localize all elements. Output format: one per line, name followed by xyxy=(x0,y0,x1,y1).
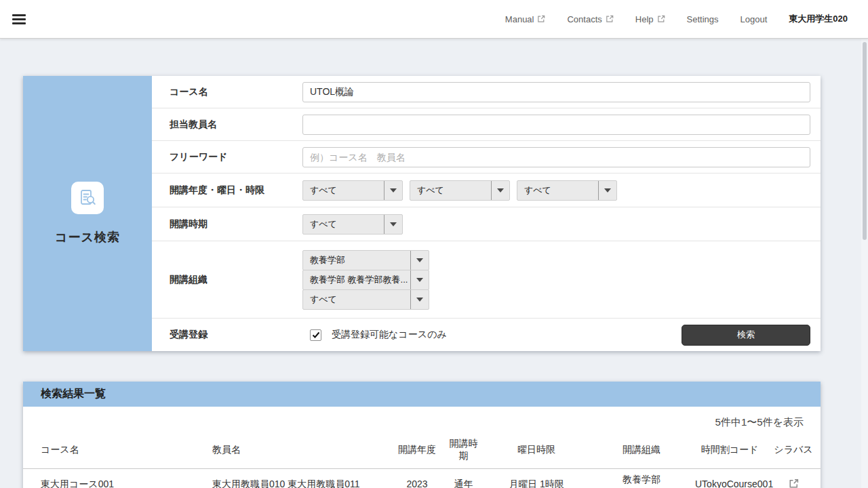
column-day-period: 曜日時限 xyxy=(483,434,590,469)
organization-select-1-value: 教養学部 xyxy=(303,254,410,266)
top-navigation: Manual Contacts Help Settings Logout 東大用… xyxy=(505,13,868,25)
organization-select-3[interactable]: すべて xyxy=(302,289,429,310)
cell-organization: 教養学部 xyxy=(590,469,693,488)
search-results-header: 検索結果一覧 xyxy=(23,382,821,407)
year-select[interactable]: すべて xyxy=(302,180,403,201)
chevron-down-icon xyxy=(491,181,509,200)
column-term: 開講時期 xyxy=(444,434,483,469)
organization-select-3-value: すべて xyxy=(303,293,410,306)
term-select-value: すべて xyxy=(303,218,384,230)
year-day-period-label: 開講年度・曜日・時限 xyxy=(152,184,302,197)
column-timetable-code: 時間割コード xyxy=(693,434,766,469)
chevron-down-icon xyxy=(384,181,402,200)
cell-syllabus xyxy=(766,469,821,488)
instructor-name-input[interactable] xyxy=(302,115,810,135)
logged-in-username: 東大用学生020 xyxy=(789,13,848,25)
results-table: コース名 教員名 開講年度 開講時期 曜日時限 開講組織 時間割コード シラバス… xyxy=(23,434,821,488)
results-table-header-row: コース名 教員名 開講年度 開講時期 曜日時限 開講組織 時間割コード シラバス xyxy=(23,434,821,469)
term-label: 開講時期 xyxy=(152,218,302,230)
nav-settings-link[interactable]: Settings xyxy=(687,14,719,24)
nav-logout-link[interactable]: Logout xyxy=(741,14,768,24)
year-select-value: すべて xyxy=(303,184,384,197)
free-word-input[interactable] xyxy=(302,147,810,167)
cell-term: 通年 xyxy=(444,469,483,488)
cell-year: 2023 xyxy=(390,469,444,488)
page-scrollbar-thumb[interactable] xyxy=(863,42,867,240)
external-link-icon xyxy=(657,15,665,23)
table-row: 東大用コース001 東大用教職員010 東大用教職員011 2023 通年 月曜… xyxy=(23,469,821,488)
course-name-input[interactable] xyxy=(302,82,810,102)
cell-course-name[interactable]: 東大用コース001 xyxy=(23,469,210,488)
chevron-down-icon xyxy=(410,251,429,270)
results-count-text: 5件中1〜5件を表示 xyxy=(23,407,821,434)
search-results-title: 検索結果一覧 xyxy=(41,387,106,401)
free-word-label: フリーワード xyxy=(152,151,302,163)
syllabus-external-link-icon[interactable] xyxy=(789,479,799,488)
organization-select-2-value: 教養学部 教養学部教養... xyxy=(303,274,410,286)
search-results-body: 5件中1〜5件を表示 コース名 教員名 開講年度 開講時期 曜日時限 開講組織 … xyxy=(23,407,821,488)
nav-help-label: Help xyxy=(635,14,654,24)
column-organization: 開講組織 xyxy=(590,434,693,469)
term-select[interactable]: すべて xyxy=(302,214,403,235)
chevron-down-icon xyxy=(598,181,616,200)
nav-contacts-link[interactable]: Contacts xyxy=(567,14,613,24)
course-search-form: コース名 担当教員名 フリーワード 開講年度・曜日・時限 すべて xyxy=(152,76,821,351)
nav-manual-label: Manual xyxy=(505,14,534,24)
instructor-name-label: 担当教員名 xyxy=(152,119,302,131)
chevron-down-icon xyxy=(410,270,429,289)
nav-help-link[interactable]: Help xyxy=(635,14,665,24)
chevron-down-icon xyxy=(410,290,429,309)
chevron-down-icon xyxy=(384,215,402,234)
column-year: 開講年度 xyxy=(390,434,444,469)
search-results-panel: 検索結果一覧 5件中1〜5件を表示 コース名 教員名 開講年度 開講時期 曜日時… xyxy=(23,382,821,488)
course-search-icon xyxy=(71,182,104,214)
period-select[interactable]: すべて xyxy=(517,180,617,201)
checkmark-icon xyxy=(312,331,320,339)
registration-checkbox[interactable] xyxy=(310,329,321,341)
column-course-name: コース名 xyxy=(23,434,210,469)
course-search-sidebar: コース検索 xyxy=(23,76,152,351)
nav-settings-label: Settings xyxy=(687,14,719,24)
organization-select-2[interactable]: 教養学部 教養学部教養... xyxy=(302,270,429,290)
cell-instructors: 東大用教職員010 東大用教職員011 xyxy=(210,469,390,488)
course-name-label: コース名 xyxy=(152,86,302,98)
cell-day-period: 月曜日 1時限 xyxy=(483,469,590,488)
registration-label: 受講登録 xyxy=(152,329,302,341)
search-button[interactable]: 検索 xyxy=(682,325,810,346)
external-link-icon xyxy=(606,15,614,23)
nav-manual-link[interactable]: Manual xyxy=(505,14,546,24)
day-select[interactable]: すべて xyxy=(410,180,510,201)
cell-timetable-code: UTokyoCourse001 xyxy=(693,469,766,488)
nav-logout-label: Logout xyxy=(741,14,768,24)
registration-checkbox-label: 受講登録可能なコースのみ xyxy=(332,329,447,341)
course-search-title: コース検索 xyxy=(55,229,120,245)
day-select-value: すべて xyxy=(410,184,491,197)
course-search-panel: コース検索 コース名 担当教員名 フリーワード 開講年度・曜日・時限 すべて xyxy=(23,76,821,351)
external-link-icon xyxy=(537,15,545,23)
nav-contacts-label: Contacts xyxy=(567,14,601,24)
organization-label: 開講組織 xyxy=(152,274,302,286)
hamburger-menu-icon[interactable] xyxy=(12,14,26,24)
organization-select-1[interactable]: 教養学部 xyxy=(302,250,429,270)
column-syllabus: シラバス xyxy=(766,434,821,469)
column-instructors: 教員名 xyxy=(210,434,390,469)
period-select-value: すべて xyxy=(517,184,598,197)
top-bar: Manual Contacts Help Settings Logout 東大用… xyxy=(0,0,868,39)
